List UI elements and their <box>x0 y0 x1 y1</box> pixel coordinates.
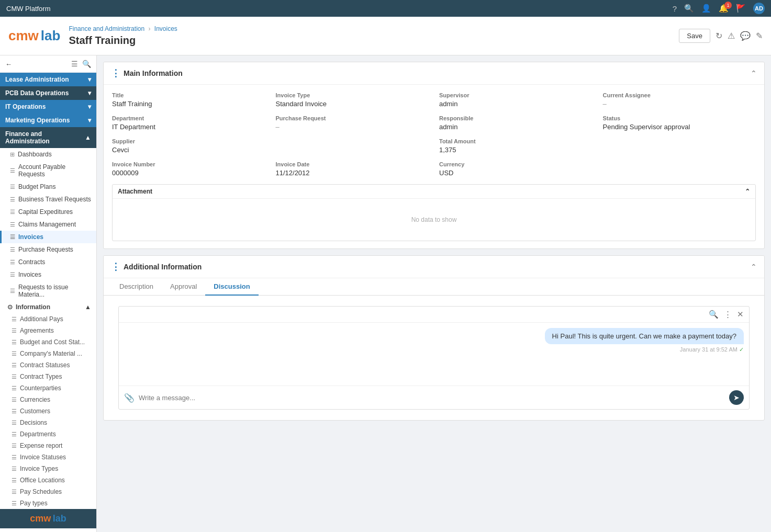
nav-sub-decisions[interactable]: ☰ Decisions <box>0 417 96 428</box>
attachment-collapse-icon[interactable]: ⌃ <box>745 188 750 195</box>
nav-sub-pay-schedules[interactable]: ☰ Pay Schedules <box>0 486 96 497</box>
nav-item-budget-plans[interactable]: ☰ Budget Plans <box>0 180 96 193</box>
nav-item-contracts[interactable]: ☰ Contracts <box>0 256 96 268</box>
section-dots-icon[interactable]: ⋮ <box>111 67 120 79</box>
purchase-request-value: – <box>276 123 429 131</box>
nav-item-capital[interactable]: ☰ Capital Expeditures <box>0 206 96 218</box>
nav-sub-currencies[interactable]: ☰ Currencies <box>0 394 96 405</box>
nav-group-it-ops[interactable]: IT Operations ▾ <box>0 100 96 114</box>
logo: cmw lab <box>8 28 60 44</box>
message-input[interactable] <box>139 394 725 402</box>
nav-sub-company-material[interactable]: ☰ Company's Material ... <box>0 348 96 359</box>
status-label: Status <box>603 115 756 121</box>
search-icon[interactable]: 🔍 <box>684 4 694 13</box>
nav-sub-contract-types[interactable]: ☰ Contract Types <box>0 371 96 382</box>
refresh-icon[interactable]: ↻ <box>716 31 722 41</box>
tab-approval[interactable]: Approval <box>162 278 205 296</box>
help-icon[interactable]: ? <box>673 4 677 13</box>
field-invoice-number: Invoice Number 0000009 <box>112 161 265 177</box>
breadcrumb-child[interactable]: Invoices <box>154 25 177 32</box>
avatar[interactable]: AD <box>753 3 765 14</box>
edit-icon[interactable]: ✎ <box>756 31 763 41</box>
info-section-header[interactable]: ⊙ Information ▲ <box>0 301 96 313</box>
total-amount-value: 1,375 <box>439 146 756 154</box>
title-label: Title <box>112 92 265 98</box>
nav-sub-budget-cost[interactable]: ☰ Budget and Cost Stat... <box>0 336 96 348</box>
status-value: Pending Supervisor approval <box>603 123 756 131</box>
nav-item-account-payable[interactable]: ☰ Account Payable Requests <box>0 161 96 180</box>
field-responsible: Responsible admin <box>439 115 593 131</box>
save-button[interactable]: Save <box>679 29 710 43</box>
nav-item-claims[interactable]: ☰ Claims Management <box>0 218 96 231</box>
additional-info-card: ⋮ Additional Information ⌃ Description A… <box>103 255 765 421</box>
requests-issue-icon: ☰ <box>10 288 15 295</box>
invoice-number-label: Invoice Number <box>112 161 265 167</box>
info-collapse-icon: ▲ <box>85 303 91 311</box>
nav-item-invoices[interactable]: ☰ Invoices <box>0 231 96 243</box>
flag-icon[interactable]: 🚩 <box>736 4 746 13</box>
back-icon[interactable]: ← <box>5 60 12 68</box>
nav-item-business-travel[interactable]: ☰ Business Travel Requests <box>0 193 96 206</box>
breadcrumb-root[interactable]: Finance and Administration <box>69 25 144 32</box>
field-supervisor: Supervisor admin <box>439 92 593 108</box>
send-button[interactable]: ➤ <box>729 390 744 405</box>
additional-info-header: ⋮ Additional Information ⌃ <box>104 256 764 278</box>
tab-discussion[interactable]: Discussion <box>205 278 258 296</box>
nav-item-requests-issue[interactable]: ☰ Requests to issue Materia... <box>0 281 96 301</box>
supervisor-value: admin <box>439 100 593 108</box>
field-supplier: Supplier Cevci <box>112 138 429 154</box>
nav-sub-invoice-types[interactable]: ☰ Invoice Types <box>0 463 96 474</box>
nav-sub-office-locations[interactable]: ☰ Office Locations <box>0 474 96 486</box>
nav-sub-invoice-statuses[interactable]: ☰ Invoice Statuses <box>0 451 96 463</box>
sidebar-top: ← ☰ 🔍 <box>0 55 96 73</box>
sidebar-top-actions: ☰ 🔍 <box>71 60 91 68</box>
nav-sub-contract-statuses[interactable]: ☰ Contract Statuses <box>0 359 96 371</box>
nav-sub-departments[interactable]: ☰ Departments <box>0 428 96 440</box>
nav-sub-expense-report[interactable]: ☰ Expense report <box>0 440 96 451</box>
discussion-close-icon[interactable]: ✕ <box>737 310 744 319</box>
account-payable-icon: ☰ <box>10 167 15 174</box>
nav-item-dashboards[interactable]: ⊞ Dashboards <box>0 148 96 161</box>
info-circle-icon: ⊙ <box>7 303 13 311</box>
field-invoice-date: Invoice Date 11/12/2012 <box>276 161 429 177</box>
invoices2-icon: ☰ <box>10 271 15 278</box>
nav-group-pcb[interactable]: PCB Data Operations ▾ <box>0 86 96 100</box>
search-sidebar-icon[interactable]: 🔍 <box>82 60 91 68</box>
nav-group-lease-admin[interactable]: Lease Administration ▾ <box>0 73 96 86</box>
invoice-type-value: Standard Invoice <box>276 100 429 108</box>
alert-icon[interactable]: ⚠ <box>728 31 735 41</box>
bell-icon[interactable]: 🔔1 <box>719 4 729 13</box>
invoice-date-value: 11/12/2012 <box>276 169 429 177</box>
footer-logo-cmw: cmw <box>30 513 51 524</box>
main-info-collapse-icon[interactable]: ⌃ <box>751 69 757 77</box>
discussion-more-icon[interactable]: ⋮ <box>724 310 732 319</box>
users-icon[interactable]: 👤 <box>701 4 711 13</box>
message-time: January 31 at 9:52 AM ✓ <box>124 346 744 353</box>
nav-sub-customers[interactable]: ☰ Customers <box>0 405 96 417</box>
attach-icon[interactable]: 📎 <box>124 393 135 403</box>
additional-info-title: ⋮ Additional Information <box>111 261 202 273</box>
additional-info-collapse-icon[interactable]: ⌃ <box>751 263 757 271</box>
title-value: Staff Training <box>112 100 265 108</box>
discussion-messages: Hi Paul! This is quite urgent. Can we ma… <box>119 323 749 386</box>
nav-sub-counterparties[interactable]: ☰ Counterparties <box>0 382 96 394</box>
invoice-type-label: Invoice Type <box>276 92 429 98</box>
nav-sub-pay-types[interactable]: ☰ Pay types <box>0 497 96 509</box>
logo-cmw: cmw <box>8 28 39 44</box>
list-icon[interactable]: ☰ <box>71 60 78 68</box>
discussion-search-icon[interactable]: 🔍 <box>709 310 719 319</box>
additional-dots-icon[interactable]: ⋮ <box>111 261 120 273</box>
message-input-bar: 📎 ➤ <box>119 386 749 409</box>
tab-description[interactable]: Description <box>111 278 162 296</box>
nav-item-invoices2[interactable]: ☰ Invoices <box>0 268 96 281</box>
contracts-icon: ☰ <box>10 259 15 266</box>
nav-sub-agreements[interactable]: ☰ Agreements <box>0 325 96 336</box>
field-title: Title Staff Training <box>112 92 265 108</box>
logo-lab: lab <box>41 28 61 44</box>
nav-sub-additional-pays[interactable]: ☰ Additional Pays <box>0 313 96 325</box>
invoice-number-value: 0000009 <box>112 169 265 177</box>
nav-item-purchase-requests[interactable]: ☰ Purchase Requests <box>0 243 96 256</box>
comment-icon[interactable]: 💬 <box>740 31 751 41</box>
nav-group-marketing[interactable]: Marketing Operations ▾ <box>0 114 96 127</box>
nav-group-finance[interactable]: Finance and Administration ▲ <box>0 127 96 148</box>
